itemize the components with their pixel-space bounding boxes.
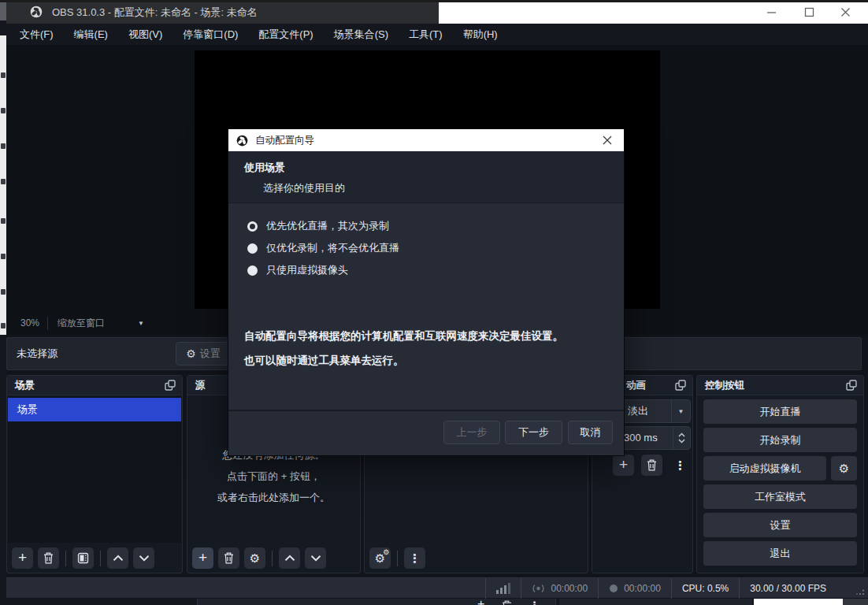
dialog-section-subtitle: 选择你的使用目的 [263,181,345,195]
dialog-section-title: 使用场景 [244,161,285,175]
background-panel-edge [559,599,752,605]
mixer-menu-button[interactable]: ⋮ [404,547,425,569]
transitions-dock-title: 动画 [626,376,646,395]
virtual-camera-settings-button[interactable]: ⚙ [831,456,857,481]
move-scene-up-button[interactable] [107,547,128,569]
studio-mode-button[interactable]: 工作室模式 [703,484,857,509]
controls-dock-title: 控制按钮 [705,379,744,392]
glyph-fragment [1,179,6,184]
scene-item-label: 场景 [17,403,38,417]
radio-checked-icon[interactable] [247,221,258,232]
move-scene-down-button[interactable] [133,547,154,569]
add-transition-button[interactable]: + [613,455,634,476]
advanced-audio-properties-button[interactable]: ⚙ ⚙ [369,547,391,569]
exit-button[interactable]: 退出 [703,541,857,566]
close-button[interactable] [832,0,859,24]
radio-option-virtual-camera[interactable]: 只使用虚拟摄像头 [247,262,348,278]
cpu-usage-value: CPU: 0.5% [682,583,729,594]
scenes-dock-title: 场景 [15,379,35,392]
maximize-button[interactable] [796,0,822,24]
record-timer: 00:00:00 [598,578,671,599]
radio-unchecked-icon[interactable] [247,265,258,276]
radio-option-label: 仅优化录制，将不会优化直播 [266,241,399,255]
move-source-up-button[interactable] [279,547,300,569]
dialog-divider [228,410,624,411]
remove-source-button[interactable] [218,547,239,569]
connection-status [485,578,521,599]
obs-logo-icon [30,6,43,18]
start-virtual-camera-button[interactable]: 启动虚拟摄像机 [703,456,826,481]
wizard-next-button[interactable]: 下一步 [505,421,562,444]
no-source-selected-label: 未选择源 [17,338,57,369]
window-title: OBS 31.0.3 - 配置文件: 未命名 - 场景: 未命名 [52,0,258,24]
menu-profile[interactable]: 配置文件(P) [248,24,323,45]
controls-dock-header: 控制按钮 [697,376,863,395]
mixer-toolbar: ⚙ ⚙ ⋮ [369,547,425,569]
resize-grip[interactable] [855,589,865,596]
menu-tools[interactable]: 工具(T) [399,24,453,45]
record-time: 00:00:00 [624,583,661,594]
titlebar[interactable]: OBS 31.0.3 - 配置文件: 未命名 - 场景: 未命名 [6,0,868,24]
background-window-edge [0,0,6,605]
menu-edit[interactable]: 编辑(E) [64,24,118,45]
menu-help[interactable]: 帮助(H) [453,24,508,45]
spinner-arrows[interactable] [673,427,690,449]
wizard-cancel-button[interactable]: 取消 [568,421,613,444]
start-streaming-button[interactable]: 开始直播 [703,399,857,424]
source-properties-gear-button[interactable]: ⚙ [244,547,265,569]
fps-value: 30.00 / 30.00 FPS [750,583,826,594]
signal-bars-icon [496,583,510,594]
spin-down-icon[interactable] [678,439,685,444]
dialog-close-button[interactable] [595,129,619,151]
chevron-down-icon[interactable]: ▼ [138,320,144,327]
radio-option-label: 优先优化直播，其次为录制 [266,219,389,233]
transition-duration-value: 300 ms [624,427,658,449]
scene-list-item-selected[interactable]: 场景 [8,398,181,421]
add-scene-button[interactable]: + [12,547,33,569]
background-toolbar-icons: + ⋮ [477,599,540,605]
dialog-titlebar[interactable]: 自动配置向导 [228,129,624,151]
remove-scene-button[interactable] [38,547,59,569]
source-properties-button[interactable]: ⚙ 设置 [176,342,231,366]
dialog-title: 自动配置向导 [255,134,314,147]
settings-button[interactable]: 设置 [703,513,857,537]
preview-zoom-bar[interactable]: 30% 缩放至窗口 ▼ [13,316,144,330]
scenes-toolbar: + [12,547,154,569]
radio-unchecked-icon[interactable] [247,243,258,254]
glyph-fragment [1,72,6,78]
radio-option-recording[interactable]: 仅优化录制，将不会优化直播 [247,240,399,256]
add-source-button[interactable]: + [192,547,213,569]
popout-icon[interactable] [164,379,176,392]
remove-transition-button[interactable] [641,455,662,476]
minimize-button[interactable] [758,0,785,24]
screen-top-edge [0,0,868,2]
toolbar-separator [65,551,66,566]
transitions-toolbar: + ⋮ [613,455,691,476]
source-properties-label: 设置 [200,347,221,361]
spin-up-icon[interactable] [678,432,685,437]
sources-toolbar: + ⚙ [192,547,326,569]
transition-selected-value: 淡出 [628,400,648,422]
menu-view[interactable]: 视图(V) [118,24,172,45]
scene-list: 场景 [8,396,181,543]
wizard-back-button[interactable]: 上一步 [443,421,500,444]
toolbar-separator [397,551,398,566]
move-source-down-button[interactable] [305,547,326,569]
menu-scene-collection[interactable]: 场景集合(S) [324,24,399,45]
zoom-level: 30% [13,317,47,328]
chevron-down-icon[interactable]: ▼ [671,400,690,422]
scene-filters-button[interactable] [72,547,94,569]
popout-icon[interactable] [845,379,858,392]
toolbar-separator [100,551,101,566]
cpu-usage: CPU: 0.5% [671,578,739,599]
radio-option-streaming[interactable]: 优先优化直播，其次为录制 [247,218,389,234]
controls-buttons: 开始直播 开始录制 启动虚拟摄像机 ⚙ 工作室模式 设置 退出 [703,399,857,570]
plus-icon: + [477,599,484,605]
transition-properties-button[interactable]: ⋮ [670,455,691,476]
menu-docks[interactable]: 停靠窗口(D) [172,24,248,45]
sources-hint-line: 点击下面的 + 按钮， [187,466,360,487]
menu-file[interactable]: 文件(F) [9,24,64,45]
background-gray-edge [843,599,868,605]
popout-icon[interactable] [674,379,687,392]
start-recording-button[interactable]: 开始录制 [703,428,857,452]
